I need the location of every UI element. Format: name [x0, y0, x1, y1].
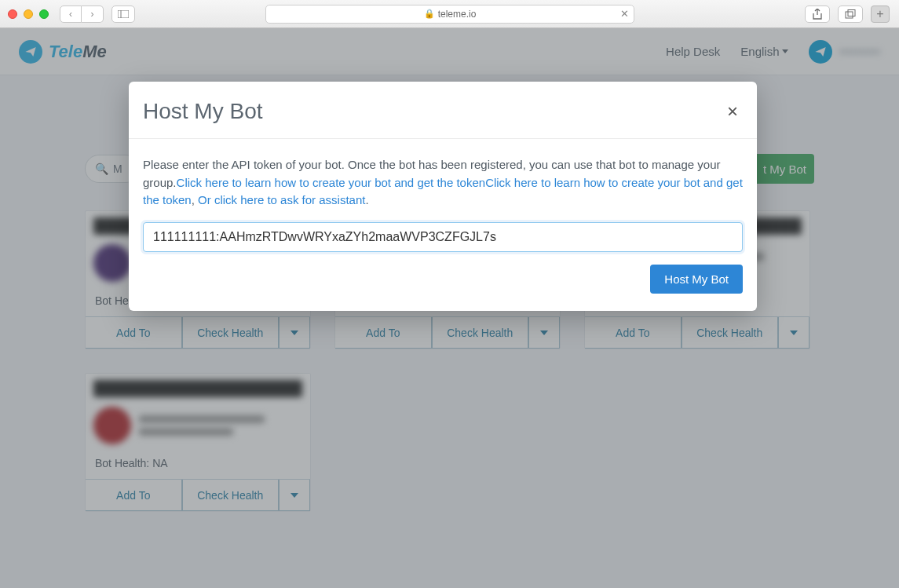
share-button[interactable]	[805, 5, 830, 23]
host-bot-modal: Host My Bot × Please enter the API token…	[129, 82, 757, 311]
browser-right-controls: +	[805, 5, 890, 23]
back-button[interactable]: ‹	[60, 5, 82, 23]
sidebar-icon	[118, 10, 129, 18]
modal-title: Host My Bot	[143, 99, 262, 124]
lock-icon: 🔒	[424, 9, 435, 19]
share-icon	[813, 9, 822, 20]
host-my-bot-submit-button[interactable]: Host My Bot	[650, 265, 743, 294]
window-maximize-button[interactable]	[39, 9, 49, 19]
browser-chrome: ‹ › 🔒 teleme.io ✕ +	[0, 0, 899, 28]
svg-rect-2	[846, 12, 853, 18]
nav-buttons: ‹ ›	[60, 5, 104, 23]
address-host: teleme.io	[438, 9, 477, 20]
new-tab-button[interactable]: +	[871, 5, 890, 23]
bot-token-input[interactable]	[143, 222, 743, 252]
modal-overlay[interactable]: Host My Bot × Please enter the API token…	[0, 28, 899, 588]
modal-link-create-token-1[interactable]: Click here to learn how to create your b…	[177, 176, 486, 189]
window-close-button[interactable]	[8, 9, 17, 19]
modal-header: Host My Bot ×	[129, 82, 757, 139]
address-clear-icon[interactable]: ✕	[620, 8, 629, 20]
modal-link-assistant[interactable]: Or click here to ask for assistant	[198, 193, 365, 206]
svg-rect-0	[118, 10, 129, 18]
modal-close-button[interactable]: ×	[727, 102, 738, 121]
tabs-button[interactable]	[838, 5, 863, 23]
window-buttons	[8, 9, 49, 19]
window-minimize-button[interactable]	[24, 9, 33, 19]
modal-desc-sep: ,	[192, 193, 198, 206]
modal-body: Please enter the API token of your bot. …	[129, 139, 757, 311]
forward-button[interactable]: ›	[82, 5, 104, 23]
sidebar-toggle-button[interactable]	[111, 5, 135, 23]
tabs-icon	[845, 9, 856, 19]
modal-actions: Host My Bot	[143, 265, 743, 294]
svg-rect-3	[848, 9, 855, 16]
modal-description: Please enter the API token of your bot. …	[143, 156, 743, 210]
address-bar[interactable]: 🔒 teleme.io ✕	[265, 5, 634, 24]
